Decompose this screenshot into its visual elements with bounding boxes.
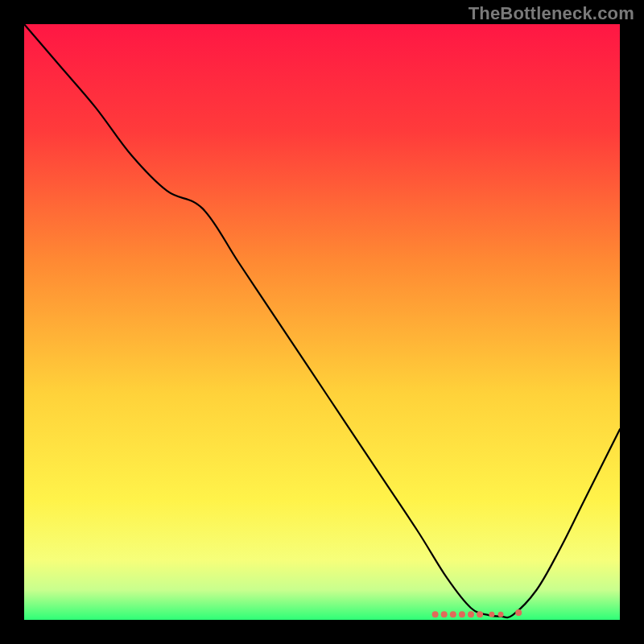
data-point — [432, 611, 439, 617]
gradient-background — [24, 24, 620, 620]
data-point — [468, 611, 474, 617]
data-point — [477, 611, 483, 617]
chart-stage: TheBottleneck.com — [0, 0, 644, 644]
data-point — [498, 612, 504, 617]
data-point — [489, 612, 494, 617]
data-point — [515, 609, 522, 616]
data-point — [450, 611, 456, 617]
data-point — [441, 611, 448, 617]
watermark-text: TheBottleneck.com — [469, 3, 634, 24]
bottleneck-chart — [24, 24, 620, 620]
data-point — [459, 611, 465, 617]
